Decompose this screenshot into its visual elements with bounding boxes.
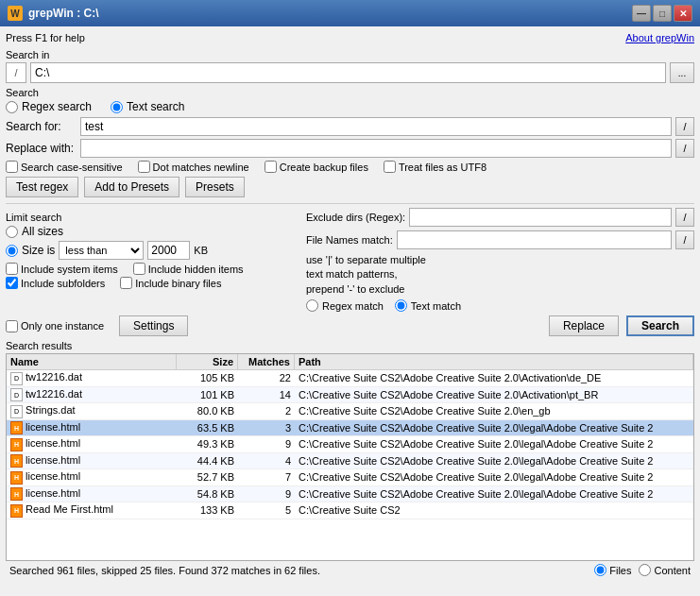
include-system-label[interactable]: Include system items [6, 263, 118, 275]
include-hidden-label[interactable]: Include hidden items [133, 263, 244, 275]
file-names-description: use '|' to separate multipletext match p… [306, 253, 694, 297]
replace-with-input[interactable] [80, 139, 672, 158]
titlebar-left: W grepWin : C:\ [8, 6, 99, 21]
backup-files-label[interactable]: Create backup files [265, 161, 368, 173]
file-name: Read Me First.html [26, 503, 113, 515]
all-sizes-radio[interactable] [6, 226, 18, 238]
text-radio[interactable] [111, 101, 123, 113]
exclude-dirs-label: Exclude dirs (Regex): [306, 212, 405, 223]
minimize-button[interactable]: — [632, 5, 651, 22]
cell-name: H Read Me First.html [7, 502, 177, 519]
file-name: license.html [26, 454, 80, 466]
include-subfolders-checkbox[interactable] [6, 277, 18, 289]
match-type-row: Regex match Text match [306, 299, 694, 312]
dot-newline-label[interactable]: Dot matches newline [138, 161, 249, 173]
cell-name: H license.html [7, 486, 177, 502]
text-radio-text: Text search [127, 100, 184, 113]
browse-button[interactable]: ... [670, 62, 694, 83]
size-is-radio[interactable] [6, 245, 18, 257]
content-radio-label[interactable]: Content [639, 564, 691, 576]
table-row[interactable]: H license.html 49.3 KB 9 C:\Creative Sui… [7, 436, 693, 453]
search-path-input[interactable] [30, 62, 666, 83]
size-is-text: Size is [22, 244, 55, 257]
only-one-instance-checkbox[interactable] [6, 320, 18, 332]
html-file-icon: H [10, 471, 23, 485]
cell-matches: 7 [238, 470, 295, 484]
cell-size: 54.8 KB [177, 487, 238, 501]
exclude-slash-btn[interactable]: / [675, 208, 694, 227]
presets-button[interactable]: Presets [185, 177, 245, 197]
text-match-radio[interactable] [395, 299, 407, 312]
table-row[interactable]: D tw12216.dat 105 KB 22 C:\Creative Suit… [7, 370, 693, 387]
search-section-label: Search [6, 87, 694, 98]
include-binary-checkbox[interactable] [120, 277, 132, 289]
limit-search-col: Limit search All sizes Size is less than… [6, 208, 299, 312]
exclude-dirs-input[interactable] [409, 208, 672, 227]
regex-match-label[interactable]: Regex match [306, 299, 384, 312]
size-comparison-dropdown[interactable]: less than greater than equal to [59, 241, 144, 260]
text-match-label[interactable]: Text match [395, 299, 461, 312]
results-body[interactable]: D tw12216.dat 105 KB 22 C:\Creative Suit… [7, 370, 693, 560]
table-row[interactable]: H license.html 52.7 KB 7 C:\Creative Sui… [7, 469, 693, 486]
text-radio-label[interactable]: Text search [111, 100, 184, 113]
maximize-button[interactable]: □ [653, 5, 672, 22]
search-for-input[interactable] [80, 117, 672, 136]
regex-radio-text: Regex search [22, 100, 92, 113]
files-radio[interactable] [594, 564, 606, 576]
file-names-desc-text: use '|' to separate multipletext match p… [306, 254, 426, 295]
file-names-input[interactable] [397, 230, 672, 249]
case-sensitive-label[interactable]: Search case-sensitive [6, 161, 123, 173]
search-for-slash-btn[interactable]: / [675, 117, 694, 136]
content-radio[interactable] [639, 564, 651, 576]
table-row[interactable]: D Strings.dat 80.0 KB 2 C:\Creative Suit… [7, 403, 693, 420]
size-is-label[interactable]: Size is [6, 244, 55, 257]
cell-name: D Strings.dat [7, 403, 177, 419]
dot-newline-checkbox[interactable] [138, 161, 150, 173]
col-matches-header: Matches [238, 354, 295, 369]
include-hidden-checkbox[interactable] [133, 263, 145, 275]
settings-button[interactable]: Settings [119, 315, 188, 336]
text-match-text: Text match [411, 300, 461, 312]
include-options-row2: Include subfolders Include binary files [6, 277, 299, 289]
test-regex-button[interactable]: Test regex [6, 177, 78, 197]
cell-name: H license.html [7, 420, 177, 436]
treat-utf8-label[interactable]: Treat files as UTF8 [384, 161, 487, 173]
file-name: Strings.dat [26, 404, 76, 416]
close-button[interactable]: ✕ [674, 5, 692, 22]
table-row[interactable]: H Read Me First.html 133 KB 5 C:\Creativ… [7, 502, 693, 519]
table-row[interactable]: H license.html 44.4 KB 4 C:\Creative Sui… [7, 453, 693, 470]
files-radio-label[interactable]: Files [594, 564, 631, 576]
size-value-input[interactable] [147, 241, 190, 260]
table-row[interactable]: H license.html 54.8 KB 9 C:\Creative Sui… [7, 486, 693, 503]
only-one-instance-label[interactable]: Only one instance [6, 320, 104, 332]
about-link[interactable]: About grepWin [625, 32, 694, 43]
regex-radio-label[interactable]: Regex search [6, 100, 92, 113]
results-header: Name Size Matches Path [7, 354, 693, 370]
replace-button[interactable]: Replace [549, 315, 619, 336]
cell-matches: 14 [238, 388, 295, 401]
dat-file-icon: D [10, 405, 23, 418]
path-slash-icon: / [6, 62, 26, 83]
cell-matches: 9 [238, 487, 295, 501]
include-subfolders-label[interactable]: Include subfolders [6, 277, 105, 289]
case-sensitive-checkbox[interactable] [6, 161, 18, 173]
include-system-checkbox[interactable] [6, 263, 18, 275]
all-sizes-label[interactable]: All sizes [6, 225, 63, 238]
cell-matches: 5 [238, 503, 295, 517]
table-row[interactable]: D tw12216.dat 101 KB 14 C:\Creative Suit… [7, 387, 693, 404]
replace-slash-btn[interactable]: / [675, 139, 694, 158]
include-binary-label[interactable]: Include binary files [120, 277, 221, 289]
press-f1-label: Press F1 for help [6, 32, 85, 43]
search-button[interactable]: Search [626, 315, 694, 336]
html-file-icon: H [10, 487, 23, 501]
files-radio-text: Files [609, 565, 631, 576]
kb-label: KB [194, 245, 208, 256]
backup-files-checkbox[interactable] [265, 161, 277, 173]
backup-files-text: Create backup files [280, 162, 368, 173]
file-names-slash-btn[interactable]: / [675, 230, 694, 249]
regex-radio[interactable] [6, 101, 18, 113]
regex-match-radio[interactable] [306, 299, 318, 312]
treat-utf8-checkbox[interactable] [384, 161, 396, 173]
add-presets-button[interactable]: Add to Presets [84, 177, 179, 197]
table-row[interactable]: H license.html 63.5 KB 3 C:\Creative Sui… [7, 420, 693, 437]
